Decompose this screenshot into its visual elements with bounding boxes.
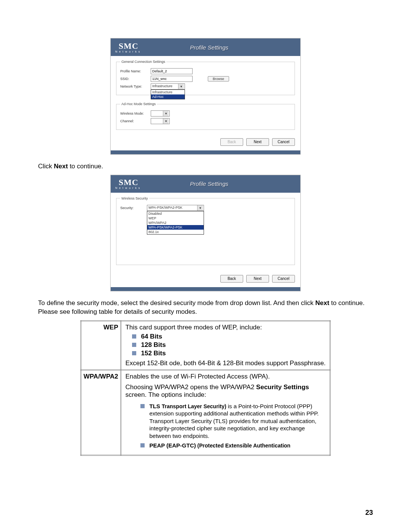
security-mode-table: WEP This card support three modes of WEP… <box>80 320 331 456</box>
cancel-button[interactable]: Cancel <box>272 275 295 283</box>
smc-logo: SMC Networks <box>115 178 142 189</box>
general-legend: General Connection Settings <box>120 60 166 64</box>
option-disabled[interactable]: Disabled <box>147 211 204 216</box>
option-adhoc[interactable]: Ad-Hoc <box>151 94 185 99</box>
instruction-security-mode: To define the security mode, select the … <box>38 299 373 316</box>
smc-logo: SMC Networks <box>115 42 142 53</box>
security-label: Security: <box>120 206 147 210</box>
security-dropdown[interactable]: Disabled WEP WPA/WPA2 WPA-PSK/WPA2-PSK 8… <box>147 211 204 235</box>
cancel-button[interactable]: Cancel <box>272 138 295 146</box>
table-row: WEP This card support three modes of WEP… <box>81 321 330 370</box>
adhoc-legend: Ad-Hoc Mode Settings <box>120 102 157 106</box>
next-button[interactable]: Next <box>246 138 269 146</box>
option-wpa[interactable]: WPA/WPA2 <box>147 220 204 225</box>
wpa-head: WPA/WPA2 <box>81 370 121 455</box>
logo-subtext: Networks <box>115 187 142 189</box>
ssid-input[interactable] <box>151 76 193 82</box>
security-select[interactable]: WPA-PSK/WPA2-PSK Disabled WEP WPA/WPA2 W… <box>147 205 204 211</box>
wireless-mode-select[interactable] <box>151 110 170 117</box>
logo-text: SMC <box>119 42 139 50</box>
footer-bar <box>111 150 300 154</box>
browse-button[interactable]: Browse <box>208 76 229 81</box>
security-legend: Wireless Security <box>120 197 149 200</box>
network-type-dropdown[interactable]: Infrastructure Ad-Hoc <box>151 89 185 99</box>
list-item: 128 Bits <box>125 341 326 349</box>
dialog-title: Profile Settings <box>142 181 296 187</box>
security-value: WPA-PSK/WPA2-PSK <box>148 206 182 209</box>
back-button[interactable]: Back <box>220 275 243 283</box>
list-item: 64 Bits <box>125 333 326 340</box>
profile-name-label: Profile Name: <box>120 69 151 73</box>
instruction-click-next: Click Next to continue. <box>38 162 373 171</box>
adhoc-settings-group: Ad-Hoc Mode Settings Wireless Mode: Chan… <box>116 102 295 130</box>
logo-text: SMC <box>119 178 139 187</box>
logo-subtext: Networks <box>115 50 142 53</box>
dialog-title: Profile Settings <box>142 44 296 51</box>
wep-head: WEP <box>81 321 121 370</box>
wep-cell: This card support three modes of WEP, in… <box>121 321 330 370</box>
profile-settings-dialog-2: SMC Networks Profile Settings Wireless S… <box>110 175 301 291</box>
dialog-header: SMC Networks Profile Settings <box>111 38 300 56</box>
footer-bar <box>111 287 300 291</box>
table-row: WPA/WPA2 Enables the use of Wi-Fi Protec… <box>81 370 330 455</box>
option-8021x[interactable]: 802.1x <box>147 230 204 234</box>
list-item: TLS Transport Layer Security) is a Point… <box>125 403 326 440</box>
network-type-select[interactable]: Infrastructure Infrastructure Ad-Hoc <box>151 83 185 89</box>
list-item: PEAP (EAP-GTC) (Protected Extensible Aut… <box>125 442 326 449</box>
wireless-security-group: Wireless Security Security: WPA-PSK/WPA2… <box>116 197 295 265</box>
network-type-label: Network Type: <box>120 85 151 88</box>
profile-name-input[interactable] <box>151 68 193 74</box>
channel-label: Channel: <box>120 119 151 123</box>
page-number: 23 <box>365 509 373 517</box>
dialog-header: SMC Networks Profile Settings <box>111 175 300 193</box>
profile-settings-dialog-1: SMC Networks Profile Settings General Co… <box>110 38 301 155</box>
ssid-label: SSID: <box>120 77 151 81</box>
option-infrastructure[interactable]: Infrastructure <box>151 90 185 94</box>
option-wep[interactable]: WEP <box>147 216 204 220</box>
back-button[interactable]: Back <box>220 138 243 146</box>
list-item: 152 Bits <box>125 350 326 357</box>
option-wpa-psk[interactable]: WPA-PSK/WPA2-PSK <box>147 225 204 230</box>
network-type-value: Infrastructure <box>152 84 172 88</box>
general-settings-group: General Connection Settings Profile Name… <box>116 60 295 95</box>
next-button[interactable]: Next <box>246 275 269 283</box>
wpa-cell: Enables the use of Wi-Fi Protected Acces… <box>121 370 330 455</box>
wireless-mode-label: Wireless Mode: <box>120 112 151 115</box>
channel-select[interactable] <box>151 118 170 124</box>
